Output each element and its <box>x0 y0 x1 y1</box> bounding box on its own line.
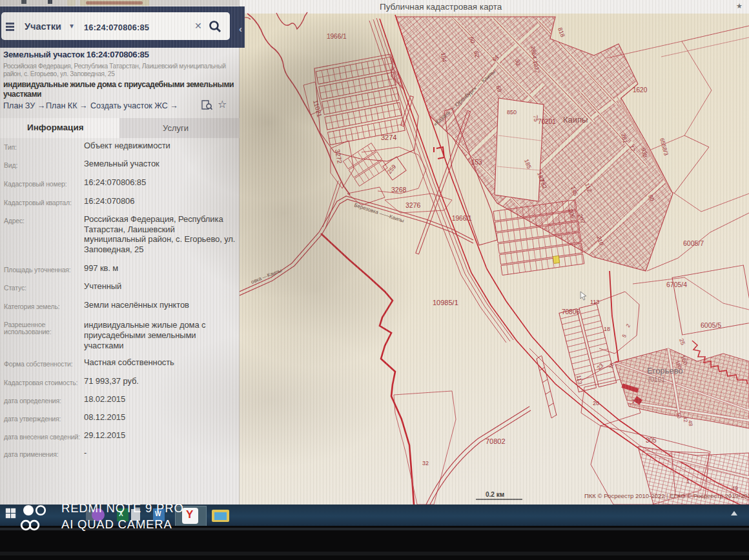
svg-text:6005/5: 6005/5 <box>701 321 721 329</box>
svg-text:1966/1: 1966/1 <box>452 215 472 222</box>
svg-text:0.2 км: 0.2 км <box>486 491 504 498</box>
svg-text:32: 32 <box>422 460 429 466</box>
svg-text:20: 20 <box>593 400 599 406</box>
svg-text:Публичная кадастровая карта: Публичная кадастровая карта <box>380 2 502 12</box>
svg-text:113: 113 <box>590 299 599 305</box>
svg-text:70802: 70802 <box>486 437 506 445</box>
svg-text:1966/1: 1966/1 <box>327 33 347 40</box>
svg-text:153: 153 <box>471 159 482 166</box>
svg-text:3268: 3268 <box>391 186 407 194</box>
svg-text:1620: 1620 <box>633 86 648 94</box>
svg-text:★: ★ <box>736 2 743 10</box>
svg-text:175: 175 <box>631 398 641 405</box>
svg-text:70201: 70201 <box>538 118 556 125</box>
svg-text:3274: 3274 <box>381 134 396 141</box>
svg-text:49: 49 <box>732 485 738 492</box>
svg-text:Каипы: Каипы <box>563 115 588 125</box>
svg-text:305: 305 <box>646 437 657 444</box>
svg-text:6005/7: 6005/7 <box>683 239 704 247</box>
svg-text:ПКК © Росреестр 2010-2022 | ЕГ: ПКК © Росреестр 2010-2022 | ЕГКО © Росре… <box>584 492 749 499</box>
svg-text:30: 30 <box>514 59 522 66</box>
svg-text:70806: 70806 <box>562 308 580 315</box>
svg-text:3276: 3276 <box>405 201 421 209</box>
svg-text:1: 1 <box>686 478 690 485</box>
svg-text:70101: 70101 <box>647 376 665 383</box>
svg-text:850: 850 <box>507 109 517 115</box>
svg-text:18: 18 <box>604 326 610 332</box>
svg-text:6705/4: 6705/4 <box>666 281 687 288</box>
svg-text:10985/1: 10985/1 <box>433 299 458 306</box>
